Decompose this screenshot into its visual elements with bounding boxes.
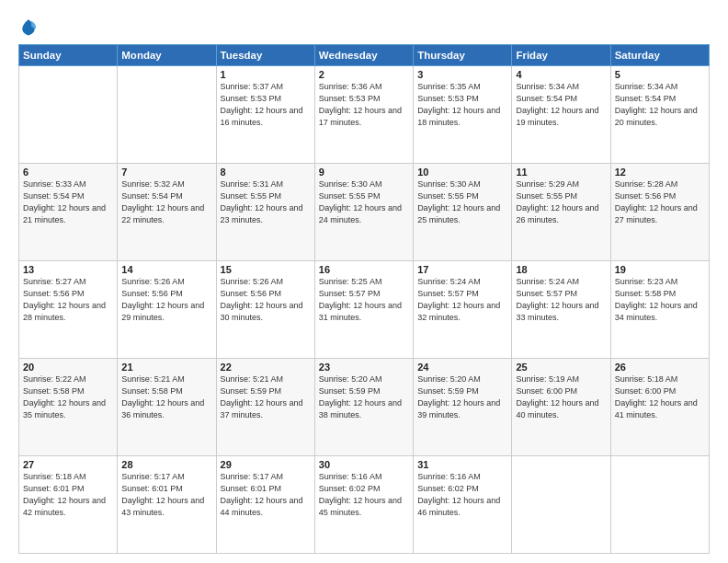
calendar-cell: 24Sunrise: 5:20 AMSunset: 5:59 PMDayligh… [414, 359, 512, 456]
day-info: Sunrise: 5:30 AMSunset: 5:55 PMDaylight:… [417, 178, 507, 226]
day-number: 29 [221, 459, 311, 470]
calendar-cell [118, 66, 216, 164]
day-number: 28 [121, 459, 211, 470]
day-number: 20 [23, 362, 113, 373]
day-number: 30 [319, 459, 409, 470]
calendar-cell: 16Sunrise: 5:25 AMSunset: 5:57 PMDayligh… [314, 261, 413, 359]
day-info: Sunrise: 5:24 AMSunset: 5:57 PMDaylight:… [417, 276, 507, 324]
calendar-cell: 26Sunrise: 5:18 AMSunset: 6:00 PMDayligh… [610, 359, 709, 456]
day-info: Sunrise: 5:37 AMSunset: 5:53 PMDaylight:… [221, 81, 311, 129]
calendar-week-2: 6Sunrise: 5:33 AMSunset: 5:54 PMDaylight… [19, 164, 710, 261]
day-info: Sunrise: 5:18 AMSunset: 6:01 PMDaylight:… [23, 471, 113, 519]
calendar-cell: 31Sunrise: 5:16 AMSunset: 6:02 PMDayligh… [414, 456, 512, 554]
day-number: 2 [319, 69, 409, 80]
calendar-cell: 1Sunrise: 5:37 AMSunset: 5:53 PMDaylight… [216, 66, 314, 164]
calendar-cell: 2Sunrise: 5:36 AMSunset: 5:53 PMDaylight… [314, 66, 413, 164]
calendar-cell: 25Sunrise: 5:19 AMSunset: 6:00 PMDayligh… [512, 359, 610, 456]
day-number: 1 [221, 69, 311, 80]
calendar-cell: 9Sunrise: 5:30 AMSunset: 5:55 PMDaylight… [314, 164, 413, 261]
day-info: Sunrise: 5:21 AMSunset: 5:58 PMDaylight:… [121, 373, 211, 421]
day-info: Sunrise: 5:26 AMSunset: 5:56 PMDaylight:… [121, 276, 211, 324]
calendar-cell: 7Sunrise: 5:32 AMSunset: 5:54 PMDaylight… [118, 164, 216, 261]
day-info: Sunrise: 5:20 AMSunset: 5:59 PMDaylight:… [417, 373, 507, 421]
day-number: 7 [121, 167, 211, 178]
day-number: 18 [516, 264, 606, 275]
calendar-table: SundayMondayTuesdayWednesdayThursdayFrid… [18, 44, 710, 554]
page: SundayMondayTuesdayWednesdayThursdayFrid… [0, 0, 728, 563]
calendar-cell: 8Sunrise: 5:31 AMSunset: 5:55 PMDaylight… [216, 164, 314, 261]
weekday-header-saturday: Saturday [610, 45, 709, 66]
weekday-header-friday: Friday [512, 45, 610, 66]
calendar-week-3: 13Sunrise: 5:27 AMSunset: 5:56 PMDayligh… [19, 261, 710, 359]
day-number: 24 [417, 362, 507, 373]
day-number: 15 [221, 264, 311, 275]
calendar-cell: 4Sunrise: 5:34 AMSunset: 5:54 PMDaylight… [512, 66, 610, 164]
calendar-cell: 5Sunrise: 5:34 AMSunset: 5:54 PMDaylight… [610, 66, 709, 164]
day-info: Sunrise: 5:34 AMSunset: 5:54 PMDaylight:… [615, 81, 705, 129]
day-info: Sunrise: 5:22 AMSunset: 5:58 PMDaylight:… [23, 373, 113, 421]
logo-icon [18, 17, 39, 37]
day-info: Sunrise: 5:28 AMSunset: 5:56 PMDaylight:… [615, 178, 705, 226]
day-info: Sunrise: 5:33 AMSunset: 5:54 PMDaylight:… [23, 178, 113, 226]
calendar-week-5: 27Sunrise: 5:18 AMSunset: 6:01 PMDayligh… [19, 456, 710, 554]
day-number: 11 [516, 167, 606, 178]
day-number: 16 [319, 264, 409, 275]
calendar-cell: 14Sunrise: 5:26 AMSunset: 5:56 PMDayligh… [118, 261, 216, 359]
day-info: Sunrise: 5:32 AMSunset: 5:54 PMDaylight:… [121, 178, 211, 226]
calendar-cell: 6Sunrise: 5:33 AMSunset: 5:54 PMDaylight… [19, 164, 118, 261]
calendar-cell: 12Sunrise: 5:28 AMSunset: 5:56 PMDayligh… [610, 164, 709, 261]
day-info: Sunrise: 5:16 AMSunset: 6:02 PMDaylight:… [417, 471, 507, 519]
weekday-header-thursday: Thursday [414, 45, 512, 66]
calendar-header-row: SundayMondayTuesdayWednesdayThursdayFrid… [19, 45, 710, 66]
day-number: 22 [221, 362, 311, 373]
day-number: 17 [417, 264, 507, 275]
day-info: Sunrise: 5:19 AMSunset: 6:00 PMDaylight:… [516, 373, 606, 421]
calendar-cell [610, 456, 709, 554]
day-number: 6 [23, 167, 113, 178]
day-info: Sunrise: 5:16 AMSunset: 6:02 PMDaylight:… [319, 471, 409, 519]
day-number: 8 [221, 167, 311, 178]
weekday-header-wednesday: Wednesday [314, 45, 413, 66]
calendar-cell: 27Sunrise: 5:18 AMSunset: 6:01 PMDayligh… [19, 456, 118, 554]
calendar-cell: 19Sunrise: 5:23 AMSunset: 5:58 PMDayligh… [610, 261, 709, 359]
day-number: 9 [319, 167, 409, 178]
calendar-cell: 17Sunrise: 5:24 AMSunset: 5:57 PMDayligh… [414, 261, 512, 359]
weekday-header-sunday: Sunday [19, 45, 118, 66]
calendar-cell [19, 66, 118, 164]
weekday-header-monday: Monday [118, 45, 216, 66]
calendar-cell: 3Sunrise: 5:35 AMSunset: 5:53 PMDaylight… [414, 66, 512, 164]
day-info: Sunrise: 5:18 AMSunset: 6:00 PMDaylight:… [615, 373, 705, 421]
day-info: Sunrise: 5:17 AMSunset: 6:01 PMDaylight:… [221, 471, 311, 519]
weekday-header-tuesday: Tuesday [216, 45, 314, 66]
logo [18, 17, 42, 37]
day-info: Sunrise: 5:26 AMSunset: 5:56 PMDaylight:… [221, 276, 311, 324]
calendar-cell: 28Sunrise: 5:17 AMSunset: 6:01 PMDayligh… [118, 456, 216, 554]
day-number: 14 [121, 264, 211, 275]
calendar-cell: 18Sunrise: 5:24 AMSunset: 5:57 PMDayligh… [512, 261, 610, 359]
day-info: Sunrise: 5:21 AMSunset: 5:59 PMDaylight:… [221, 373, 311, 421]
day-number: 4 [516, 69, 606, 80]
day-info: Sunrise: 5:17 AMSunset: 6:01 PMDaylight:… [121, 471, 211, 519]
calendar-cell: 15Sunrise: 5:26 AMSunset: 5:56 PMDayligh… [216, 261, 314, 359]
calendar-cell: 13Sunrise: 5:27 AMSunset: 5:56 PMDayligh… [19, 261, 118, 359]
day-info: Sunrise: 5:34 AMSunset: 5:54 PMDaylight:… [516, 81, 606, 129]
day-info: Sunrise: 5:36 AMSunset: 5:53 PMDaylight:… [319, 81, 409, 129]
day-number: 23 [319, 362, 409, 373]
day-number: 12 [615, 167, 705, 178]
day-info: Sunrise: 5:25 AMSunset: 5:57 PMDaylight:… [319, 276, 409, 324]
day-number: 10 [417, 167, 507, 178]
day-number: 25 [516, 362, 606, 373]
day-number: 13 [23, 264, 113, 275]
day-number: 26 [615, 362, 705, 373]
calendar-body: 1Sunrise: 5:37 AMSunset: 5:53 PMDaylight… [19, 66, 710, 554]
calendar-cell: 29Sunrise: 5:17 AMSunset: 6:01 PMDayligh… [216, 456, 314, 554]
day-info: Sunrise: 5:27 AMSunset: 5:56 PMDaylight:… [23, 276, 113, 324]
day-info: Sunrise: 5:30 AMSunset: 5:55 PMDaylight:… [319, 178, 409, 226]
calendar-cell: 21Sunrise: 5:21 AMSunset: 5:58 PMDayligh… [118, 359, 216, 456]
day-info: Sunrise: 5:24 AMSunset: 5:57 PMDaylight:… [516, 276, 606, 324]
day-info: Sunrise: 5:20 AMSunset: 5:59 PMDaylight:… [319, 373, 409, 421]
day-number: 3 [417, 69, 507, 80]
day-info: Sunrise: 5:35 AMSunset: 5:53 PMDaylight:… [417, 81, 507, 129]
day-number: 21 [121, 362, 211, 373]
calendar-cell: 23Sunrise: 5:20 AMSunset: 5:59 PMDayligh… [314, 359, 413, 456]
